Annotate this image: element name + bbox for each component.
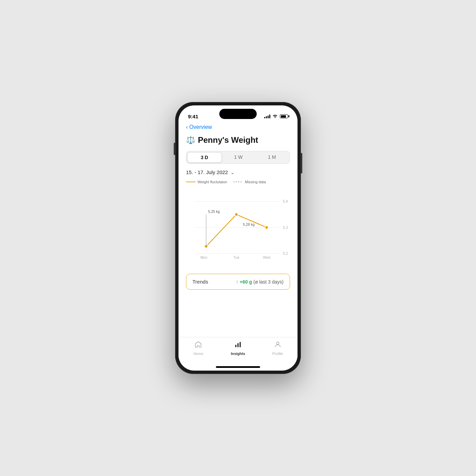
segment-1w[interactable]: 1 W (222, 152, 255, 163)
chart-point-wed (265, 226, 268, 229)
home-icon (194, 341, 202, 350)
legend-dashed: Missing data (233, 180, 266, 184)
svg-text:5,3: 5,3 (283, 225, 288, 230)
legend-dashed-label: Missing data (245, 180, 266, 184)
svg-text:Wed: Wed (263, 255, 270, 259)
svg-text:5,28 kg: 5,28 kg (243, 222, 255, 226)
chart-legend: Weight fluctutaion Missing data (186, 180, 290, 184)
trends-up-arrow-icon: ↑ (236, 279, 238, 285)
phone-screen: 9:41 ‹ Overv (178, 105, 298, 371)
svg-text:5,25 kg: 5,25 kg (208, 209, 220, 214)
trends-number: +60 g (240, 279, 252, 285)
weight-scale-icon: ⚖️ (186, 136, 195, 144)
tab-home[interactable]: Home (188, 341, 208, 356)
back-nav[interactable]: ‹ Overview (186, 124, 290, 131)
svg-text:Mon: Mon (200, 255, 207, 259)
legend-solid-label: Weight fluctutaion (198, 180, 227, 184)
legend-dashed-line (233, 182, 243, 182)
tab-profile[interactable]: Profile (268, 341, 288, 356)
page-title: Penny's Weight (198, 135, 258, 145)
svg-text:Tue: Tue (233, 255, 239, 259)
trends-value: ↑ +60 g (ø last 3 days) (236, 279, 284, 285)
profile-icon (274, 341, 282, 350)
back-chevron-icon: ‹ (186, 124, 188, 131)
tab-bar: Home Insights Profile (178, 337, 298, 365)
page-title-row: ⚖️ Penny's Weight (186, 135, 290, 145)
segment-1m[interactable]: 1 M (255, 152, 289, 163)
date-selector[interactable]: 15. - 17. July 2022 ⌄ (186, 169, 290, 175)
battery-icon (280, 114, 288, 118)
insights-icon (234, 341, 242, 350)
tab-home-label: Home (193, 352, 203, 356)
svg-text:5,4: 5,4 (283, 199, 288, 203)
main-content: ‹ Overview ⚖️ Penny's Weight 3 D 1 W 1 M… (178, 122, 298, 337)
svg-rect-13 (237, 343, 239, 347)
wifi-icon (272, 114, 278, 119)
tab-profile-label: Profile (272, 352, 283, 356)
chart-svg: 5,4 5,3 5,2 5,25 kg 5,28 kg (186, 187, 290, 268)
svg-text:5,2: 5,2 (283, 251, 288, 255)
weight-chart: 5,4 5,3 5,2 5,25 kg 5,28 kg (186, 187, 290, 268)
chart-point-tue (235, 213, 238, 216)
status-time: 9:41 (188, 114, 198, 119)
svg-rect-12 (235, 345, 237, 347)
status-icons (264, 114, 288, 119)
svg-point-15 (276, 342, 279, 344)
date-chevron-icon[interactable]: ⌄ (231, 170, 235, 175)
trends-label: Trends (192, 279, 208, 285)
date-range-label: 15. - 17. July 2022 (186, 169, 228, 175)
legend-solid-line (186, 182, 196, 182)
segment-control[interactable]: 3 D 1 W 1 M (186, 151, 290, 164)
back-label[interactable]: Overview (189, 124, 212, 130)
home-indicator (216, 366, 260, 368)
phone-shell: 9:41 ‹ Overv (175, 102, 301, 374)
chart-line (206, 215, 267, 247)
status-bar: 9:41 (178, 105, 298, 122)
legend-solid: Weight fluctutaion (186, 180, 227, 184)
tab-insights[interactable]: Insights (228, 341, 248, 356)
trends-period: (ø last 3 days) (253, 279, 284, 285)
trends-card[interactable]: Trends ↑ +60 g (ø last 3 days) (186, 274, 290, 290)
svg-rect-14 (240, 342, 241, 347)
signal-icon (264, 114, 270, 118)
dynamic-island (219, 109, 257, 119)
segment-3d[interactable]: 3 D (187, 152, 222, 163)
tab-insights-label: Insights (231, 352, 245, 356)
